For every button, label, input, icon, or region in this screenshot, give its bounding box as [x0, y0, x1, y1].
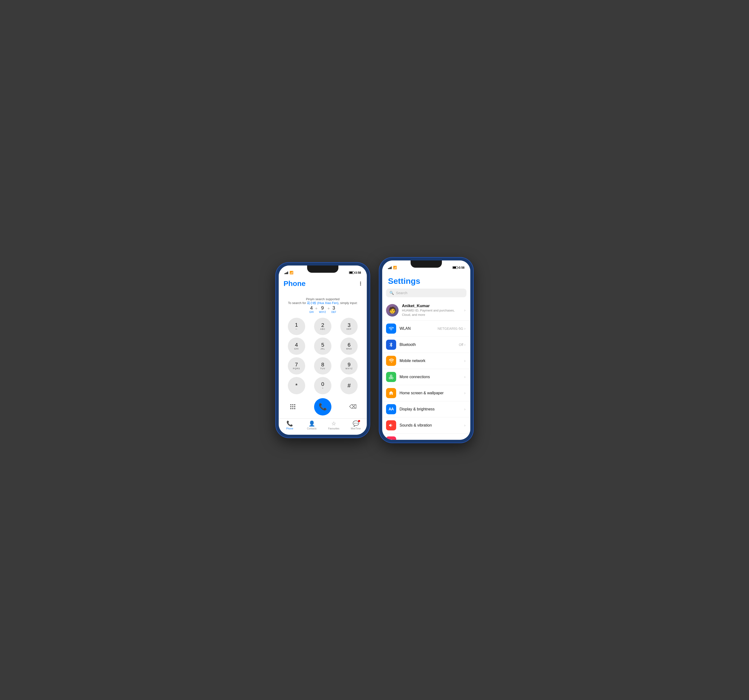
profile-name: Aniket_Kumar	[402, 304, 464, 308]
profile-sub: HUAWEI ID, Payment and purchases, Cloud,…	[402, 308, 464, 317]
settings-item-sounds[interactable]: Sounds & vibration ›	[382, 417, 470, 434]
backspace-button[interactable]: ⌫	[347, 402, 358, 412]
sounds-right: ›	[464, 423, 465, 428]
phone-title-bar: Phone	[279, 278, 367, 288]
nav-contacts-label: Contacts	[307, 427, 316, 430]
dial-7[interactable]: 7 PQRS	[288, 357, 305, 374]
notifications-chevron: ›	[464, 439, 465, 440]
meetime-badge-wrap: 💬	[353, 420, 359, 427]
dial-0[interactable]: 0 +	[314, 377, 332, 394]
notifications-icon	[386, 436, 396, 440]
pinyin-letters3: DEF	[332, 311, 336, 313]
settings-item-mobile[interactable]: Mobile network ›	[382, 353, 470, 369]
profile-chevron: ›	[464, 308, 465, 312]
settings-list-scroll: 🧑 Aniket_Kumar HUAWEI ID, Payment and pu…	[382, 300, 470, 440]
search-placeholder: Search	[396, 291, 408, 295]
bluetooth-label: Bluetooth	[399, 342, 459, 347]
keypad-toggle-button[interactable]	[287, 402, 298, 412]
homescreen-chevron: ›	[464, 391, 465, 395]
clock-phone: 3:58	[355, 271, 361, 274]
favourites-nav-icon: ☆	[332, 420, 336, 427]
dial-actions: 📞 ⌫	[279, 397, 367, 418]
bluetooth-text: Bluetooth	[399, 342, 459, 347]
profile-text: Aniket_Kumar HUAWEI ID, Payment and purc…	[402, 304, 464, 317]
pinyin-hint: Pinyin search supported To search for 花小…	[279, 288, 367, 316]
display-chevron: ›	[464, 407, 465, 411]
dial-4[interactable]: 4 GHI	[288, 338, 305, 355]
status-right-settings: 3:58	[452, 266, 465, 269]
notifications-text: Notifications	[399, 439, 464, 440]
nav-phone[interactable]: 📞 Phone	[279, 420, 301, 430]
display-label: Display & brightness	[399, 407, 464, 411]
pinyin-num3: 3	[332, 305, 336, 311]
battery-icon-settings	[452, 266, 458, 269]
call-button[interactable]: 📞	[314, 398, 332, 416]
settings-app-screen: 📶 3:58 Settings 🔍 Search	[382, 260, 470, 440]
bluetooth-right: Off ›	[459, 342, 465, 347]
more-menu-button[interactable]	[359, 281, 362, 286]
wlan-value: NETGEAR91-5G	[437, 327, 463, 330]
phone-app-screen: 📶 3:58 Phone	[279, 266, 367, 435]
pinyin-line1: Pinyin search supported	[284, 297, 362, 301]
status-right-phone: 3:58	[349, 271, 361, 274]
bluetooth-icon	[386, 340, 396, 350]
notifications-label: Notifications	[399, 439, 464, 440]
mobile-label: Mobile network	[399, 359, 464, 363]
pinyin-line2: To search for 花小粉 (Hua Xiao Fen), simply…	[284, 301, 362, 305]
dial-6[interactable]: 6 MNO	[340, 338, 358, 355]
phone-app-title: Phone	[284, 280, 306, 288]
connections-text: More connections	[399, 375, 464, 379]
notch-settings	[411, 260, 442, 267]
pinyin-sep1: +	[315, 305, 318, 311]
pinyin-numbers-row: 4 GHI + 9 WXYZ +	[284, 305, 362, 313]
profile-item[interactable]: 🧑 Aniket_Kumar HUAWEI ID, Payment and pu…	[382, 300, 470, 321]
homescreen-text: Home screen & wallpaper	[399, 391, 464, 395]
contacts-nav-icon: 👤	[309, 420, 315, 427]
dial-star[interactable]: *	[288, 377, 305, 394]
phone-nav-icon: 📞	[286, 420, 293, 427]
settings-search-bar[interactable]: 🔍 Search	[386, 289, 466, 297]
settings-item-homescreen[interactable]: Home screen & wallpaper ›	[382, 385, 470, 401]
nav-phone-label: Phone	[286, 427, 293, 430]
dial-5[interactable]: 5 JKL	[314, 338, 332, 355]
mobile-icon	[386, 356, 396, 366]
nav-contacts[interactable]: 👤 Contacts	[301, 420, 323, 430]
dialpad: 1 ∞ 2 ABC 3 DEF 4 GHI	[279, 316, 367, 397]
mobile-right: ›	[464, 359, 465, 363]
connections-chevron: ›	[464, 375, 465, 379]
settings-title: Settings	[382, 272, 470, 289]
dial-hash[interactable]: #	[340, 377, 358, 394]
wlan-chevron: ›	[464, 326, 465, 331]
nav-favourites[interactable]: ☆ Favourites	[323, 420, 345, 430]
status-bar-phone: 📶 3:58	[279, 266, 367, 278]
wlan-right: NETGEAR91-5G ›	[437, 326, 465, 331]
wifi-icon-settings: 📶	[393, 266, 397, 269]
pinyin-letters1: GHI	[309, 311, 313, 313]
dial-3[interactable]: 3 DEF	[340, 318, 358, 335]
settings-item-display[interactable]: AA Display & brightness ›	[382, 401, 470, 417]
dial-8[interactable]: 8 TUV	[314, 357, 332, 374]
notifications-right: ›	[464, 439, 465, 440]
bluetooth-value: Off	[459, 343, 463, 347]
status-left-settings: 📶	[388, 266, 397, 269]
phone-app-content: Phone Pinyin search supported To search …	[279, 278, 367, 435]
mobile-chevron: ›	[464, 359, 465, 363]
sounds-label: Sounds & vibration	[399, 423, 464, 428]
settings-item-wlan[interactable]: WLAN NETGEAR91-5G ›	[382, 321, 470, 337]
nav-meetime[interactable]: 💬 MeeTime	[345, 420, 367, 430]
connections-label: More connections	[399, 375, 464, 379]
settings-item-notifications[interactable]: Notifications ›	[382, 434, 470, 440]
backspace-icon: ⌫	[349, 403, 357, 410]
settings-item-bluetooth[interactable]: Bluetooth Off ›	[382, 337, 470, 353]
dial-9[interactable]: 9 WXYZ	[340, 357, 358, 374]
homescreen-label: Home screen & wallpaper	[399, 391, 464, 395]
wifi-icon: 📶	[289, 271, 293, 274]
dial-1[interactable]: 1 ∞	[288, 318, 305, 335]
phone-call-icon: 📞	[319, 403, 327, 411]
signal-icon-settings	[388, 266, 391, 269]
sounds-chevron: ›	[464, 423, 465, 428]
battery-icon	[349, 271, 354, 274]
settings-item-connections[interactable]: More connections ›	[382, 369, 470, 385]
homescreen-right: ›	[464, 391, 465, 395]
dial-2[interactable]: 2 ABC	[314, 318, 332, 335]
